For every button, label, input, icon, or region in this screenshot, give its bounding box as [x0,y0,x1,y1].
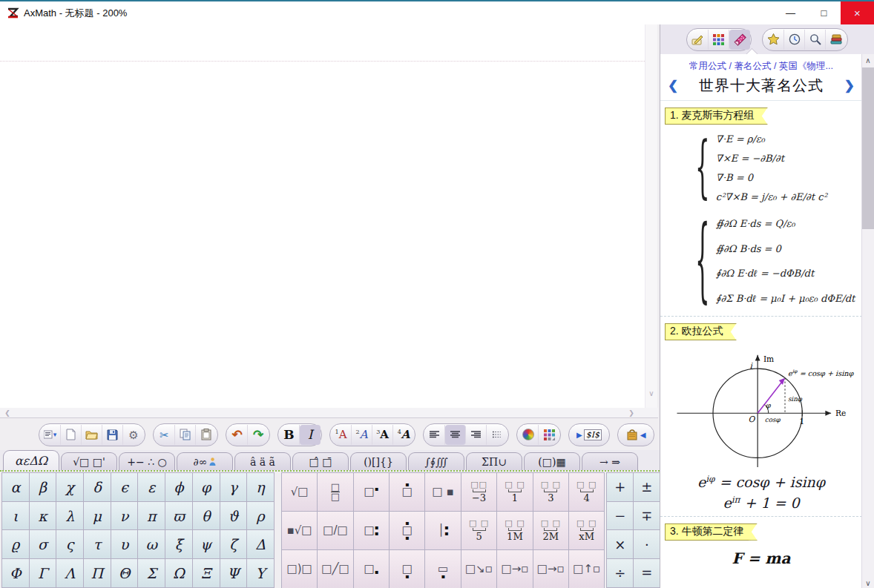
search-button[interactable] [805,30,826,50]
color-wheel-button[interactable] [518,425,539,445]
tab-misc-symbols[interactable]: ∂∞ [177,452,233,470]
template-cell[interactable]: ▪√□ [282,512,318,550]
new-document-button[interactable] [61,425,82,445]
undo-button[interactable]: ↶ [227,425,248,445]
template-cell[interactable]: □ ▪ [425,473,461,512]
operator-cell[interactable]: ± [634,473,660,502]
greek-symbol-cell[interactable]: δ [84,473,111,502]
template-cell[interactable]: ▪□▪ [390,512,425,550]
tab-over-under[interactable]: □̂ □̄ [292,452,349,470]
scroll-down-icon[interactable]: ∨ [862,579,874,587]
document-canvas[interactable] [0,24,645,408]
greek-symbol-cell[interactable]: ς [56,530,84,559]
scrollbar-thumb[interactable] [862,67,874,229]
scroll-up-icon[interactable]: ∧ [862,56,874,65]
tab-brackets[interactable]: ()[]{} [350,452,407,470]
breadcrumb[interactable]: 常用公式 / 著名公式 / 英国《物理... [660,54,862,74]
tab-integrals[interactable]: ∫∮∭ [408,452,464,470]
tab-operators[interactable]: +− ∴ ○ [119,452,175,470]
euler-formula-equation[interactable]: eiφ = cosφ + isinφ [660,474,862,490]
greek-symbol-cell[interactable]: κ [30,502,57,531]
minimize-button[interactable]: — [774,1,807,24]
template-cell[interactable]: □ □3 [533,473,569,512]
favorites-button[interactable] [763,30,784,50]
template-cell[interactable]: □)□ [282,550,318,588]
greek-symbol-cell[interactable]: Λ [56,559,84,588]
greek-symbol-cell[interactable]: ι [2,502,30,531]
greek-symbol-cell[interactable]: φ [193,473,220,502]
redo-button[interactable]: ↷ [248,425,269,445]
library-books-button[interactable] [826,30,847,50]
operator-cell[interactable]: ∓ [634,502,660,531]
greek-symbol-cell[interactable]: Γ [30,559,57,588]
save-button[interactable] [102,425,123,445]
tab-greek[interactable]: αεΔΩ [3,450,59,470]
template-cell[interactable]: □/□ [318,512,353,550]
template-cell[interactable]: □↑▫ [569,550,605,588]
font-style-2-button[interactable]: 2A [352,425,372,445]
greek-symbol-cell[interactable]: λ [56,502,84,531]
greek-symbol-cell[interactable]: ϵ [111,473,139,502]
maxwell-integral-equations[interactable]: { ∯∂Ω E·ds = Q/ε₀ ∯∂Ω B·ds = 0 ∮∂Ω E·dℓ … [696,211,862,311]
canvas-vertical-scrollbar[interactable]: ∨ [645,24,657,408]
symbol-library-button[interactable] [709,30,729,50]
align-left-button[interactable] [424,425,445,445]
operator-cell[interactable]: + [607,473,634,502]
operator-cell[interactable]: − [607,502,634,531]
template-cell[interactable]: □ □2M [533,512,569,550]
scroll-left-icon[interactable]: ❮ [1,408,13,418]
bold-button[interactable]: B [279,425,300,445]
prev-page-chevron[interactable]: ❮ [668,78,678,93]
settings-button[interactable]: ⚙ [123,425,144,445]
template-cell[interactable]: □ □1 [497,473,533,512]
greek-symbol-cell[interactable]: θ [193,502,220,531]
cut-button[interactable]: ✂ [154,425,175,445]
open-file-button[interactable] [82,425,102,445]
greek-symbol-cell[interactable]: ν [111,502,139,531]
next-page-chevron[interactable]: ❯ [844,78,855,93]
greek-symbol-cell[interactable]: χ [56,473,84,502]
template-cell[interactable]: ▪□ [390,473,425,512]
color-palette-button[interactable] [539,425,559,445]
greek-symbol-cell[interactable]: ϖ [165,502,193,531]
template-cell[interactable]: √□ [282,473,318,512]
greek-symbol-cell[interactable]: Σ [138,559,165,588]
greek-symbol-cell[interactable]: ρ [247,502,275,531]
greek-symbol-cell[interactable]: η [247,473,275,502]
greek-symbol-cell[interactable]: Ψ [220,559,248,588]
align-center-button[interactable] [445,425,466,445]
template-cell[interactable]: □→▫ [497,550,533,588]
maximize-button[interactable]: □ [807,1,841,24]
greek-symbol-cell[interactable]: υ [111,530,139,559]
tab-arrows[interactable]: → ⇒ [582,452,638,470]
template-cell[interactable]: □ □1M [497,512,533,550]
canvas-horizontal-scrollbar[interactable]: ❮ ❯ [0,408,658,418]
template-cell[interactable]: □↘▫ [461,550,497,588]
greek-symbol-cell[interactable]: ε [138,473,165,502]
template-cell[interactable]: □ □5 [461,512,497,550]
paste-button[interactable] [196,425,217,445]
operator-cell[interactable]: · [634,530,660,559]
greek-symbol-cell[interactable]: ϑ [220,502,248,531]
greek-symbol-cell[interactable]: ϱ [2,530,30,559]
history-button[interactable] [784,30,805,50]
euler-unit-circle-diagram[interactable]: Im Re i 1 O φ sinφ cosφ eiφ = cosφ + isi… [660,345,862,469]
template-cell[interactable]: │▪▪ [425,512,461,550]
template-cell[interactable]: □▪ [390,550,425,588]
store-button[interactable]: ◀ [619,425,653,445]
inline-math-button[interactable]: ▶ $I$ [570,425,608,445]
formula-library-button[interactable] [729,30,750,50]
tab-big-operators[interactable]: ΣΠ∪ [466,452,522,470]
template-cell[interactable]: □▪ [354,473,390,512]
greek-symbol-cell[interactable]: β [30,473,57,502]
greek-symbol-cell[interactable]: α [2,473,30,502]
tab-matrix[interactable]: (□)▦ [524,452,580,470]
scroll-down-icon[interactable]: ∨ [645,389,657,397]
template-cell[interactable]: □ ▪ [354,550,390,588]
italic-button[interactable]: I [300,425,321,445]
greek-symbol-cell[interactable]: ξ [165,530,193,559]
template-cell[interactable]: □▪▪ [354,512,390,550]
greek-symbol-cell[interactable]: Ξ [193,559,220,588]
operator-cell[interactable]: = [634,559,660,588]
font-style-1-button[interactable]: 1A [331,425,352,445]
